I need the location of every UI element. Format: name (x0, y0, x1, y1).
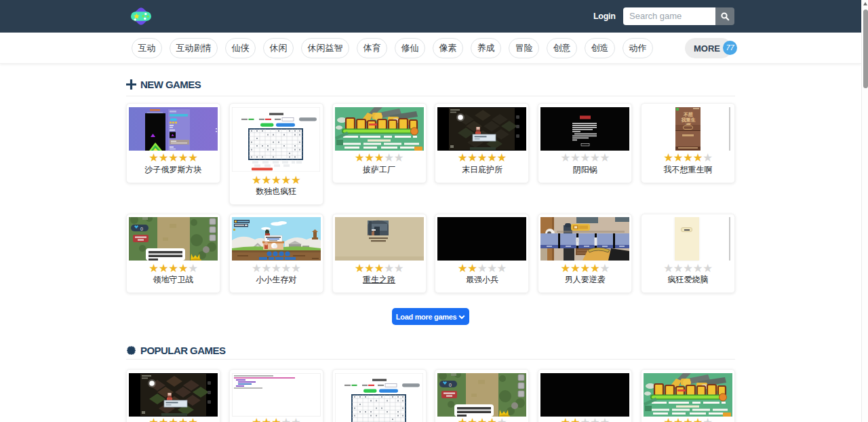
svg-text:0: 0 (449, 382, 452, 387)
svg-text:0: 0 (140, 227, 143, 231)
